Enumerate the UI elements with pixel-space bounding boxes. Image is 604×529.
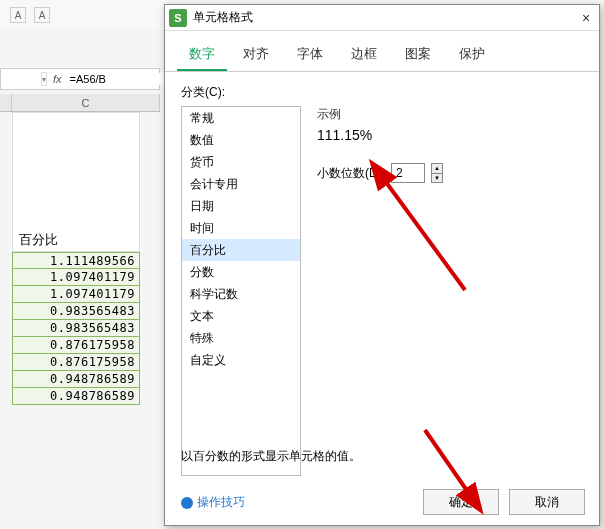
format-description: 以百分数的形式显示单元格的值。 [181,448,361,465]
close-icon[interactable]: × [577,9,595,27]
expand-icon[interactable]: ▾ [41,72,47,86]
right-panel: 示例 111.15% 小数位数(D): ▲ ▼ [317,106,583,183]
ok-button[interactable]: 确定 [423,489,499,515]
data-cell[interactable]: 0.983565483 [12,303,140,320]
format-cells-dialog: S 单元格格式 × 数字对齐字体边框图案保护 分类(C): 常规数值货币会计专用… [164,4,600,526]
category-item[interactable]: 分数 [182,261,300,283]
category-item[interactable]: 数值 [182,129,300,151]
category-item[interactable]: 特殊 [182,327,300,349]
dialog-buttons: 确定 取消 [423,489,585,515]
category-list[interactable]: 常规数值货币会计专用日期时间百分比分数科学记数文本特殊自定义 [181,106,301,476]
sheet: 百分比 1.1114895661.0974011791.0974011790.9… [0,112,160,405]
data-cell[interactable]: 0.948786589 [12,388,140,405]
dialog-title: 单元格格式 [193,9,577,26]
font-size-a-icon[interactable]: A [34,7,50,23]
col-header-c[interactable]: C [12,94,160,111]
spinner-up-icon[interactable]: ▲ [432,164,442,174]
example-value: 111.15% [317,127,583,143]
spinner-down-icon[interactable]: ▼ [432,174,442,183]
dialog-body: 分类(C): 常规数值货币会计专用日期时间百分比分数科学记数文本特殊自定义 示例… [165,72,599,525]
category-item[interactable]: 常规 [182,107,300,129]
category-item[interactable]: 科学记数 [182,283,300,305]
category-item[interactable]: 自定义 [182,349,300,371]
app-s-icon: S [169,9,187,27]
dialog-titlebar: S 单元格格式 × [165,5,599,31]
col-gutter [0,94,12,111]
category-item[interactable]: 日期 [182,195,300,217]
example-label: 示例 [317,106,583,123]
tab-图案[interactable]: 图案 [393,39,443,71]
header-cell-label: 百分比 [19,231,58,249]
category-item[interactable]: 会计专用 [182,173,300,195]
decimal-row: 小数位数(D): ▲ ▼ [317,163,583,183]
font-size-a-icon[interactable]: A [10,7,26,23]
bulb-icon [181,497,193,509]
header-cell[interactable]: 百分比 [12,112,140,252]
decimal-label: 小数位数(D): [317,165,385,182]
column-headers: C [0,94,160,112]
category-item[interactable]: 文本 [182,305,300,327]
category-item[interactable]: 时间 [182,217,300,239]
data-cell[interactable]: 0.876175958 [12,337,140,354]
help-link-label: 操作技巧 [197,494,245,511]
category-item[interactable]: 货币 [182,151,300,173]
tab-保护[interactable]: 保护 [447,39,497,71]
category-label: 分类(C): [181,84,583,101]
formula-bar: ▾ fx [0,68,160,90]
tab-对齐[interactable]: 对齐 [231,39,281,71]
cancel-button[interactable]: 取消 [509,489,585,515]
decimal-input[interactable] [391,163,425,183]
data-cell[interactable]: 0.876175958 [12,354,140,371]
data-cell[interactable]: 1.111489566 [12,252,140,269]
data-cell[interactable]: 0.983565483 [12,320,140,337]
fx-label: fx [53,73,62,85]
dialog-tabs: 数字对齐字体边框图案保护 [165,31,599,72]
help-link[interactable]: 操作技巧 [181,494,245,511]
data-cell[interactable]: 1.097401179 [12,286,140,303]
category-item[interactable]: 百分比 [182,239,300,261]
tab-字体[interactable]: 字体 [285,39,335,71]
data-cell[interactable]: 0.948786589 [12,371,140,388]
tab-边框[interactable]: 边框 [339,39,389,71]
tab-数字[interactable]: 数字 [177,39,227,71]
data-cell[interactable]: 1.097401179 [12,269,140,286]
decimal-spinner: ▲ ▼ [431,163,443,183]
